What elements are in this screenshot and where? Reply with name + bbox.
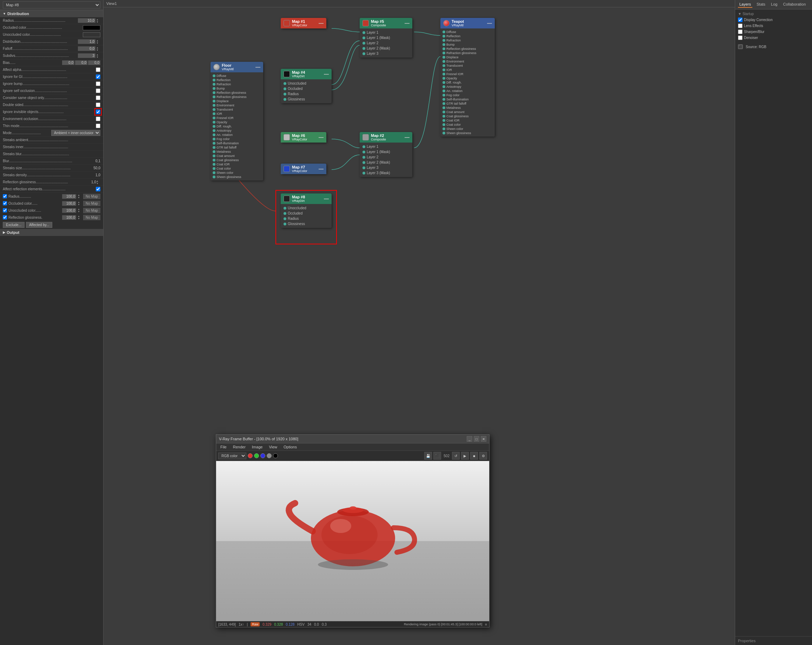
teapot-dot-opacity bbox=[443, 77, 445, 80]
map6-minus[interactable]: — bbox=[319, 135, 324, 140]
vfb-channel-select[interactable]: RGB color bbox=[218, 452, 246, 459]
source-rgb-icon[interactable]: ⬛ bbox=[738, 44, 743, 49]
floor-slot-bump: Bump bbox=[211, 86, 263, 90]
vfb-save-btn[interactable]: 💾 bbox=[424, 452, 432, 460]
occluded-no-map-btn[interactable]: No Map bbox=[83, 201, 100, 206]
output-section-header[interactable]: ▶ Output bbox=[0, 229, 103, 236]
vfb-minimize-btn[interactable]: _ bbox=[467, 436, 472, 442]
refl-gloss-reflect-input[interactable] bbox=[62, 215, 76, 220]
vfb-menu-options[interactable]: Options bbox=[281, 444, 300, 450]
bias-x-input[interactable] bbox=[62, 60, 75, 65]
falloff-input[interactable] bbox=[78, 46, 95, 51]
ignore-bump-check[interactable] bbox=[96, 81, 100, 86]
map2-dot-layer3-mask bbox=[362, 172, 365, 174]
vfb-menu-render[interactable]: Render bbox=[230, 444, 249, 450]
vfb-settings-btn[interactable]: ⚙ bbox=[479, 452, 487, 460]
distribution-spinner[interactable]: ▲▼ bbox=[78, 39, 100, 44]
streaks-size-label: Streaks size............................… bbox=[3, 166, 86, 170]
lens-effects-check[interactable] bbox=[738, 23, 743, 28]
unoccluded-reflect-spinner[interactable]: ▲▼ bbox=[78, 208, 82, 213]
map4-minus[interactable]: — bbox=[324, 71, 329, 77]
map1-minus[interactable]: — bbox=[319, 20, 324, 26]
vfb-menu-file[interactable]: File bbox=[218, 444, 229, 450]
environment-occlusion-check[interactable] bbox=[96, 116, 100, 121]
floor-minus[interactable]: — bbox=[255, 64, 260, 70]
affected-by-button[interactable]: Affected by... bbox=[26, 222, 52, 228]
unoccluded-color-label: Unoccluded color........................… bbox=[3, 33, 83, 37]
unoccluded-reflect-check[interactable] bbox=[3, 208, 7, 212]
vfb-menu-image[interactable]: Image bbox=[249, 444, 266, 450]
vfb-refresh-btn[interactable]: ↺ bbox=[452, 452, 460, 460]
distribution-spinner-btn[interactable]: ▲▼ bbox=[96, 39, 100, 44]
vfb-raw-divider: | bbox=[247, 622, 248, 627]
map2-minus[interactable]: — bbox=[404, 135, 409, 140]
consider-same-check[interactable] bbox=[96, 95, 100, 100]
refl-gloss-spinner[interactable]: ▲▼ bbox=[96, 180, 100, 185]
radius-spinner[interactable]: ▲▼ bbox=[78, 18, 100, 23]
falloff-spinner[interactable]: ▲▼ bbox=[78, 46, 100, 51]
radius-input[interactable] bbox=[78, 18, 95, 23]
distribution-input[interactable] bbox=[78, 39, 95, 44]
double-sided-check[interactable] bbox=[96, 102, 100, 107]
right-properties-label: Properties bbox=[735, 636, 812, 645]
bias-z-input[interactable] bbox=[88, 60, 100, 65]
map7-minus[interactable]: — bbox=[319, 166, 324, 172]
radius-reflect-input[interactable] bbox=[62, 194, 76, 199]
radius-no-map-btn[interactable]: No Map bbox=[83, 194, 100, 199]
vfb-close-btn[interactable]: ✕ bbox=[481, 436, 486, 442]
map-select[interactable]: Map #8 bbox=[3, 2, 100, 8]
bias-y-input[interactable] bbox=[75, 60, 87, 65]
vfb-green-channel-btn[interactable] bbox=[254, 453, 259, 458]
occluded-reflect-check[interactable] bbox=[3, 201, 7, 205]
refl-gloss-no-map-btn[interactable]: No Map bbox=[83, 215, 100, 220]
exclude-button[interactable]: Exclude... bbox=[3, 222, 24, 228]
occluded-reflect-input[interactable] bbox=[62, 201, 76, 206]
subdivs-spinner[interactable]: ▲▼ bbox=[78, 53, 100, 58]
node-editor[interactable]: Floor VRayMtl — Diffuse Reflection Refra… bbox=[104, 8, 735, 645]
mode-select[interactable]: Ambient + inner occlusion bbox=[51, 130, 100, 136]
thin-mode-check[interactable] bbox=[96, 124, 100, 128]
falloff-spinner-btn[interactable]: ▲▼ bbox=[96, 46, 100, 51]
refl-gloss-reflect-spinner[interactable]: ▲▼ bbox=[78, 215, 82, 220]
affect-elements-check[interactable] bbox=[96, 187, 100, 191]
vfb-blue-channel-btn[interactable] bbox=[260, 453, 265, 458]
occluded-color-swatch[interactable] bbox=[83, 25, 100, 30]
map5-minus[interactable]: — bbox=[404, 20, 409, 26]
subdivs-input[interactable] bbox=[78, 53, 95, 58]
vfb-copy-btn[interactable]: ⬛ bbox=[433, 452, 441, 460]
unoccluded-color-swatch[interactable] bbox=[83, 32, 100, 37]
affect-alpha-check[interactable] bbox=[96, 67, 100, 72]
vfb-maximize-btn[interactable]: □ bbox=[474, 436, 479, 442]
ignore-invisible-check[interactable] bbox=[96, 110, 100, 114]
sharpen-blur-check[interactable] bbox=[738, 29, 743, 34]
teapot-minus[interactable]: — bbox=[487, 20, 492, 26]
vfb-teapot-svg bbox=[279, 475, 427, 573]
right-tab-collaboration[interactable]: Collaboration bbox=[781, 2, 807, 8]
radius-reflect-spinner[interactable]: ▲▼ bbox=[78, 194, 82, 199]
vfb-mono-channel-btn[interactable] bbox=[273, 453, 278, 458]
right-tab-log[interactable]: Log bbox=[769, 2, 778, 8]
source-rgb-label: Source: RGB bbox=[746, 45, 766, 49]
map8-minus[interactable]: — bbox=[324, 196, 329, 202]
right-tab-layers[interactable]: Layers bbox=[738, 2, 752, 8]
map4-body: Unoccluded Occluded Radius Glossiness bbox=[281, 79, 331, 103]
vfb-stop-btn[interactable]: ■ bbox=[470, 452, 478, 460]
vfb-red-channel-btn[interactable] bbox=[248, 453, 253, 458]
denoiser-check[interactable] bbox=[738, 35, 743, 40]
unoccluded-reflect-input[interactable] bbox=[62, 208, 76, 213]
display-correction-check[interactable] bbox=[738, 18, 743, 22]
vfb-menu-view[interactable]: View bbox=[266, 444, 280, 450]
map7-header: Map #7 VRayColor — bbox=[281, 164, 326, 174]
vfb-alpha-channel-btn[interactable] bbox=[267, 453, 272, 458]
occluded-reflect-spinner[interactable]: ▲▼ bbox=[78, 201, 82, 206]
subdivs-spinner-btn[interactable]: ▲▼ bbox=[96, 53, 100, 58]
radius-reflect-check[interactable] bbox=[3, 194, 7, 199]
vfb-render-btn[interactable]: ▶ bbox=[461, 452, 469, 460]
ignore-gi-check[interactable] bbox=[96, 75, 100, 79]
right-tab-stats[interactable]: Stats bbox=[755, 2, 767, 8]
refl-gloss-reflect-check[interactable] bbox=[3, 215, 7, 219]
unoccluded-no-map-btn[interactable]: No Map bbox=[83, 208, 100, 213]
distribution-section-header[interactable]: ▼ Distribution bbox=[0, 10, 103, 17]
ignore-self-occlusion-check[interactable] bbox=[96, 89, 100, 93]
radius-spinner-btn[interactable]: ▲▼ bbox=[96, 18, 100, 23]
